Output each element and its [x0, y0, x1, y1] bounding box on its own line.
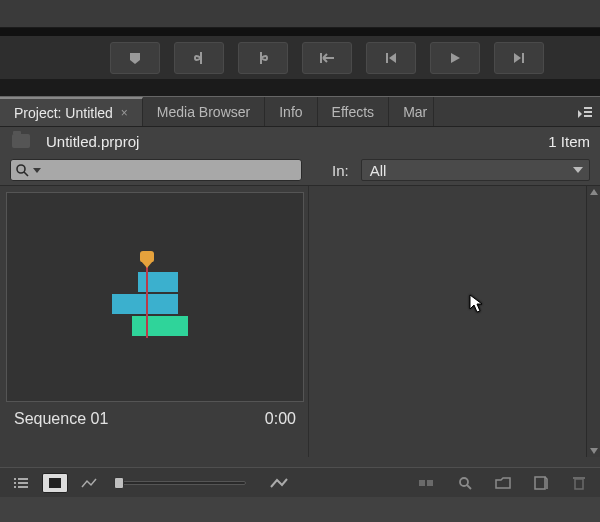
bin-icon	[12, 134, 30, 148]
item-thumbnail[interactable]	[6, 192, 304, 402]
project-filename: Untitled.prproj	[46, 133, 139, 150]
svg-rect-7	[14, 482, 16, 484]
svg-rect-9	[14, 486, 16, 488]
panel-menu-button[interactable]	[570, 97, 600, 126]
search-icon	[15, 163, 29, 177]
icon-view-button[interactable]	[42, 473, 68, 493]
divider	[0, 28, 600, 36]
bin-items: Sequence 01 0:00	[0, 186, 308, 457]
tab-label: Info	[279, 104, 302, 120]
item-label-row: Sequence 01 0:00	[6, 402, 306, 428]
thumbnail-zoom-slider[interactable]	[116, 481, 246, 485]
step-back-button[interactable]	[366, 42, 416, 74]
filter-scope-value: All	[370, 162, 387, 179]
svg-rect-2	[584, 115, 592, 117]
automate-to-sequence-button[interactable]	[414, 473, 440, 493]
search-field[interactable]	[10, 159, 302, 181]
panel: Project: Untitled × Media Browser Info E…	[0, 96, 600, 522]
scroll-down-icon[interactable]	[590, 448, 598, 454]
play-button[interactable]	[430, 42, 480, 74]
vertical-scrollbar[interactable]	[586, 186, 600, 457]
mark-in-button[interactable]	[110, 42, 160, 74]
tab-label: Mar	[403, 104, 427, 120]
sort-button[interactable]	[266, 473, 292, 493]
svg-rect-18	[573, 477, 585, 479]
svg-line-4	[24, 172, 28, 176]
in-label: In:	[332, 162, 349, 179]
close-icon[interactable]: ×	[121, 106, 128, 120]
chevron-down-icon[interactable]	[33, 168, 41, 173]
scroll-up-icon[interactable]	[590, 189, 598, 195]
spacer	[0, 457, 600, 467]
item-name[interactable]: Sequence 01	[14, 410, 108, 428]
svg-rect-13	[427, 480, 433, 486]
item-count: 1 Item	[548, 133, 590, 150]
svg-rect-10	[18, 486, 28, 488]
upper-toolbar	[0, 0, 600, 28]
tab-info[interactable]: Info	[265, 97, 317, 126]
sequence-icon	[110, 250, 200, 344]
cursor-icon	[469, 294, 485, 317]
svg-point-3	[17, 165, 25, 173]
new-item-button[interactable]	[528, 473, 554, 493]
find-button[interactable]	[452, 473, 478, 493]
empty-area[interactable]	[308, 186, 586, 457]
footer	[0, 497, 600, 522]
panel-tabs: Project: Untitled × Media Browser Info E…	[0, 97, 600, 127]
tab-effects[interactable]: Effects	[318, 97, 390, 126]
set-out-button[interactable]	[238, 42, 288, 74]
svg-rect-16	[535, 477, 545, 489]
tab-project[interactable]: Project: Untitled ×	[0, 97, 143, 126]
transport-bar	[0, 36, 600, 80]
tab-markers[interactable]: Mar	[389, 97, 434, 126]
project-content: Sequence 01 0:00	[0, 185, 600, 457]
tab-label: Effects	[332, 104, 375, 120]
project-header: Untitled.prproj 1 Item	[0, 127, 600, 155]
svg-rect-8	[18, 482, 28, 484]
divider	[0, 80, 600, 96]
chevron-down-icon	[573, 167, 583, 173]
list-view-button[interactable]	[8, 473, 34, 493]
svg-rect-5	[14, 478, 16, 480]
step-forward-button[interactable]	[494, 42, 544, 74]
svg-rect-6	[18, 478, 28, 480]
delete-button[interactable]	[566, 473, 592, 493]
freeform-view-button[interactable]	[76, 473, 102, 493]
svg-rect-0	[584, 107, 592, 109]
slider-thumb[interactable]	[114, 477, 124, 489]
lower-toolbar	[0, 467, 600, 497]
svg-rect-11	[49, 478, 61, 488]
svg-rect-1	[584, 111, 592, 113]
search-input[interactable]	[41, 160, 297, 180]
svg-rect-17	[575, 479, 583, 489]
tab-media-browser[interactable]: Media Browser	[143, 97, 265, 126]
go-to-in-button[interactable]	[302, 42, 352, 74]
svg-line-15	[467, 485, 471, 489]
tab-label: Project: Untitled	[14, 105, 113, 121]
tab-label: Media Browser	[157, 104, 250, 120]
filter-scope-select[interactable]: All	[361, 159, 590, 181]
svg-rect-12	[419, 480, 425, 486]
filter-row: In: All	[0, 155, 600, 185]
svg-point-14	[460, 478, 468, 486]
set-in-button[interactable]	[174, 42, 224, 74]
item-duration: 0:00	[265, 410, 296, 428]
new-bin-button[interactable]	[490, 473, 516, 493]
